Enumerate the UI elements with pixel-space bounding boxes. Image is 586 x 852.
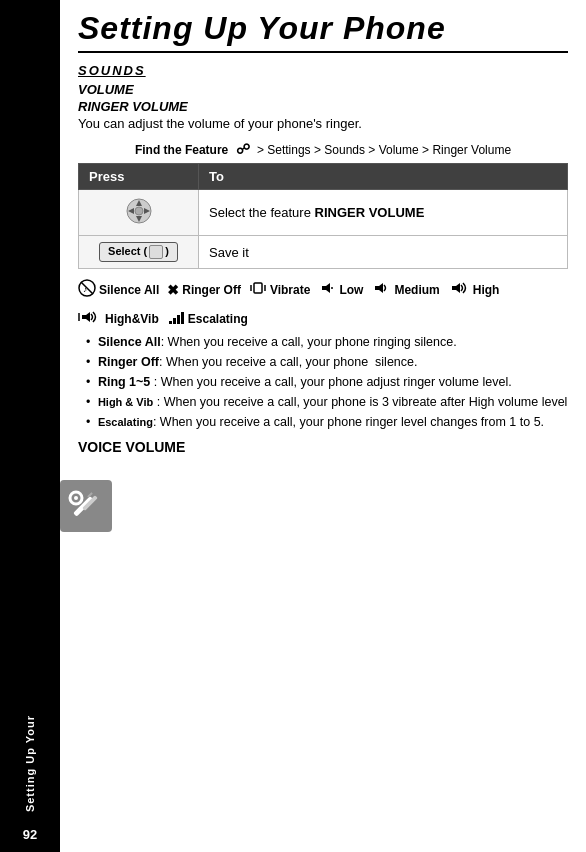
select-icon (149, 245, 163, 259)
silence-all-group: ♪ Silence All (78, 279, 159, 300)
sidebar-label: Setting Up Your (24, 715, 36, 812)
vibrate-group: Vibrate (249, 279, 310, 300)
svg-marker-21 (82, 312, 90, 322)
high-icon (448, 279, 470, 300)
bullet-text-high-vib: : When you receive a call, your phone is… (153, 395, 567, 409)
list-item: Escalating: When you receive a call, you… (86, 415, 568, 429)
table-header-to: To (199, 164, 568, 190)
navigation-icon (124, 196, 154, 226)
list-item: Silence All: When you receive a call, yo… (86, 335, 568, 349)
page-number: 92 (23, 827, 37, 842)
high-group: High (448, 279, 500, 300)
table-row-1-action: Select the feature RINGER VOLUME (199, 190, 568, 236)
low-icon (318, 279, 336, 300)
ringer-icons-row: ♪ Silence All ✖ Ringer Off Vibrate Low (78, 279, 568, 329)
high-vib-group: High&Vib (78, 308, 159, 329)
table-row-2-action: Save it (199, 236, 568, 269)
page-title: Setting Up Your Phone (78, 10, 568, 53)
instruction-table: Press To (78, 163, 568, 269)
find-feature: Find the Feature ☍ > Settings > Sounds >… (78, 141, 568, 157)
list-item: High & Vib : When you receive a call, yo… (86, 395, 568, 409)
low-label: Low (339, 283, 363, 297)
medium-icon (371, 279, 391, 300)
table-row: Select the feature RINGER VOLUME (79, 190, 568, 236)
svg-marker-17 (322, 283, 330, 293)
ringer-off-icon: ✖ (167, 282, 179, 298)
low-group: Low (318, 279, 363, 300)
description-text: You can adjust the volume of your phone'… (78, 116, 568, 131)
high-vib-icon (78, 308, 102, 329)
high-vib-label: High&Vib (105, 312, 159, 326)
svg-marker-19 (375, 283, 383, 293)
svg-point-2 (74, 496, 78, 500)
list-item: Ring 1~5 : When you receive a call, your… (86, 375, 568, 389)
svg-rect-23 (169, 321, 172, 324)
bullet-term-silence-all: Silence All (98, 335, 161, 349)
bullet-term-ringer-off: Ringer Off (98, 355, 159, 369)
ringer-volume-bold: RINGER VOLUME (315, 205, 425, 220)
select-button-label: Select () (99, 242, 178, 262)
svg-rect-25 (177, 315, 180, 324)
bullet-text-ring: : When you receive a call, your phone ad… (150, 375, 511, 389)
medium-group: Medium (371, 279, 439, 300)
escalating-label: Escalating (188, 312, 248, 326)
svg-rect-24 (173, 318, 176, 324)
table-header-press: Press (79, 164, 199, 190)
list-item: Ringer Off: When you receive a call, you… (86, 355, 568, 369)
voice-volume-label: VOICE VOLUME (78, 439, 568, 455)
ringer-volume-label: RINGER VOLUME (78, 99, 568, 114)
bullet-term-high-vib: High & Vib (98, 396, 153, 408)
escalating-group: Escalating (167, 308, 248, 329)
vibrate-icon (249, 279, 267, 300)
ringer-off-label: Ringer Off (182, 283, 241, 297)
press-select-btn: Select () (79, 236, 199, 269)
ringer-off-group: ✖ Ringer Off (167, 282, 241, 298)
sounds-label: SOUNDS (78, 63, 568, 78)
svg-marker-20 (452, 283, 460, 293)
vibrate-label: Vibrate (270, 283, 310, 297)
medium-label: Medium (394, 283, 439, 297)
bullet-text-escalating: : When you receive a call, your phone ri… (153, 415, 544, 429)
sidebar: Setting Up Your 92 (0, 0, 60, 852)
bullet-text-ringer-off: : When you receive a call, your phone si… (159, 355, 417, 369)
bullet-text-silence-all: : When you receive a call, your phone ri… (161, 335, 457, 349)
svg-point-10 (135, 207, 143, 215)
silence-all-icon: ♪ (78, 279, 96, 300)
svg-text:♪: ♪ (83, 285, 87, 294)
find-feature-path: > Settings > Sounds > Volume > Ringer Vo… (257, 143, 511, 157)
main-content: Setting Up Your Phone SOUNDS VOLUME RING… (60, 0, 586, 852)
find-feature-label: Find the Feature (135, 143, 228, 157)
press-nav-icon (79, 190, 199, 236)
svg-rect-26 (181, 312, 184, 324)
silence-all-label: Silence All (99, 283, 159, 297)
high-label: High (473, 283, 500, 297)
bullet-list: Silence All: When you receive a call, yo… (78, 335, 568, 429)
menu-icon: ☍ (236, 141, 250, 157)
bullet-term-ring: Ring 1~5 (98, 375, 150, 389)
tool-badge-icon (60, 480, 112, 532)
svg-rect-14 (254, 283, 262, 293)
escalating-icon (167, 308, 185, 329)
volume-label: VOLUME (78, 82, 568, 97)
table-row: Select () Save it (79, 236, 568, 269)
bullet-term-escalating: Escalating (98, 416, 153, 428)
